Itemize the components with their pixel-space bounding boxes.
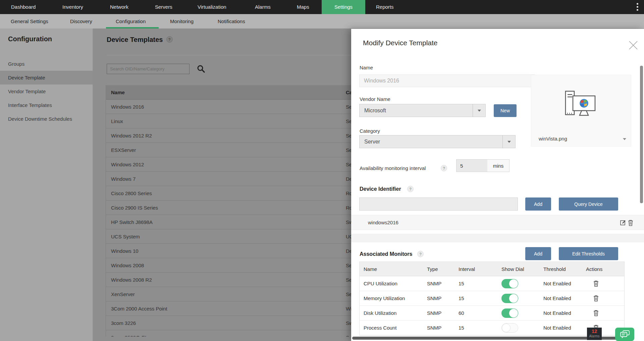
identifier-entry-row: windows2016: [351, 215, 644, 230]
associated-monitors-table: Name Type Interval Show Dial Threshold A…: [359, 262, 625, 336]
nav-item-reports[interactable]: Reports: [376, 0, 394, 14]
help-icon[interactable]: ?: [407, 186, 414, 192]
device-identifier-input[interactable]: [359, 197, 518, 211]
nav-item-alarms[interactable]: Alarms: [255, 0, 271, 14]
active-tab-underline: [106, 27, 159, 29]
sidebar-item-groups[interactable]: Groups: [0, 57, 93, 71]
column-header-type: Type: [427, 262, 438, 276]
chat-button[interactable]: [615, 328, 634, 341]
column-header-actions: Actions: [586, 262, 602, 276]
add-identifier-button[interactable]: Add: [525, 197, 551, 211]
category-label: Category: [360, 128, 380, 134]
help-icon[interactable]: ?: [441, 165, 447, 171]
monitors-table-header: Name Type Interval Show Dial Threshold A…: [360, 262, 624, 276]
chevron-down-icon: [478, 110, 481, 112]
device-name: Windows 2008 R2: [111, 273, 152, 287]
vertical-scrollbar[interactable]: [640, 66, 643, 203]
category-select-value: Server: [364, 135, 380, 148]
edit-thresholds-button[interactable]: Edit Thresholds: [559, 247, 618, 260]
help-icon[interactable]: ?: [166, 36, 173, 43]
monitor-row: Memory UtilizationSNMP15Not Enabled: [360, 291, 624, 306]
monitor-threshold: Not Enabled: [543, 276, 571, 291]
trash-icon[interactable]: [593, 310, 599, 318]
nav-item-virtualization[interactable]: Virtualization: [198, 0, 226, 14]
toggle-knob: [509, 294, 518, 303]
identifier-list-footer: [351, 234, 644, 242]
name-input[interactable]: [359, 74, 535, 87]
new-vendor-button[interactable]: New: [494, 104, 517, 117]
vendor-select[interactable]: Microsoft: [359, 104, 486, 117]
vendor-select-value: Microsoft: [364, 104, 386, 117]
nav-item-inventory[interactable]: Inventory: [62, 0, 83, 14]
device-name: Windows 2012: [111, 157, 144, 172]
nav-item-dashboard[interactable]: Dashboard: [11, 0, 36, 14]
alarms-badge[interactable]: 12 Alarms: [587, 328, 602, 340]
device-name: Windows 2012 R2: [111, 128, 152, 143]
monitor-threshold: Not Enabled: [543, 321, 571, 335]
device-image-preview: winVista.png: [531, 75, 631, 147]
device-name: HP Switch J8698A: [111, 215, 153, 229]
chevron-down-icon: [507, 141, 511, 143]
column-header-threshold: Threshold: [543, 262, 566, 276]
tab-discovery[interactable]: Discovery: [70, 14, 92, 29]
monitor-type: SNMP: [427, 321, 441, 335]
monitor-type: SNMP: [427, 276, 441, 291]
device-name: UCS System: [111, 229, 140, 244]
toggle-knob: [502, 324, 511, 332]
query-device-button[interactable]: Query Device: [559, 197, 618, 211]
monitor-name: Disk Utilization: [364, 306, 396, 320]
device-name: Windows 2008: [111, 258, 144, 273]
search-icon[interactable]: [197, 64, 205, 73]
monitor-row: CPU UtilizationSNMP15Not Enabled: [360, 276, 624, 291]
monitor-threshold: Not Enabled: [543, 306, 571, 320]
show-dial-toggle[interactable]: [501, 294, 518, 303]
interval-input[interactable]: [456, 159, 488, 172]
toggle-knob: [509, 279, 518, 288]
sidebar-item-interface-templates[interactable]: Interface Templates: [0, 98, 93, 112]
device-name: ESXServer: [111, 143, 136, 157]
interval-unit-label: mins: [487, 159, 509, 172]
alarm-count: 12: [587, 328, 602, 334]
device-name: 3com 3500G-EI: [111, 330, 146, 337]
add-monitor-button[interactable]: Add: [525, 247, 551, 260]
name-label: Name: [360, 65, 373, 70]
show-dial-toggle[interactable]: [501, 308, 518, 318]
help-icon[interactable]: ?: [417, 251, 424, 257]
sidebar-item-device-downtime-schedules[interactable]: Device Downtime Schedules: [0, 112, 93, 126]
nav-item-servers[interactable]: Servers: [155, 0, 172, 14]
tab-notifications[interactable]: Notifications: [218, 14, 245, 29]
search-input[interactable]: [107, 64, 190, 74]
sidebar-item-device-template[interactable]: Device Template: [0, 71, 93, 84]
monitor-row: Disk UtilizationSNMP60Not Enabled: [360, 306, 624, 321]
kebab-menu-icon[interactable]: [637, 3, 639, 11]
column-header-interval: Interval: [459, 262, 475, 276]
image-dropdown-caret-icon[interactable]: [623, 138, 626, 140]
device-name: Cisco 2800 Series: [111, 186, 152, 201]
vendor-caret-zone[interactable]: [473, 104, 485, 117]
sidebar-item-vendor-template[interactable]: Vendor Template: [0, 84, 93, 98]
nav-item-network[interactable]: Network: [110, 0, 128, 14]
trash-icon[interactable]: [593, 280, 599, 288]
device-name: Windows 7: [111, 172, 136, 186]
tab-general-settings[interactable]: General Settings: [11, 14, 48, 29]
monitor-type: SNMP: [427, 291, 441, 305]
monitor-interval: 60: [459, 306, 464, 320]
trash-icon[interactable]: [593, 295, 599, 303]
nav-item-maps[interactable]: Maps: [297, 0, 309, 14]
nav-item-settings[interactable]: Settings: [322, 0, 365, 14]
close-icon[interactable]: [628, 40, 638, 50]
show-dial-toggle[interactable]: [501, 323, 518, 333]
trash-icon[interactable]: [628, 220, 633, 226]
tab-configuration[interactable]: Configuration: [116, 14, 146, 29]
monitor-interval: 15: [459, 321, 464, 335]
tab-monitoring[interactable]: Monitoring: [170, 14, 194, 29]
column-header-name[interactable]: Name: [111, 85, 125, 100]
modal-title: Modify Device Template: [363, 39, 438, 47]
edit-icon[interactable]: [620, 220, 626, 226]
alarm-label: Alarms: [587, 334, 602, 338]
show-dial-toggle[interactable]: [501, 279, 518, 288]
category-caret-zone[interactable]: [502, 135, 515, 148]
computer-icon: [565, 90, 598, 119]
category-select[interactable]: Server: [359, 135, 516, 148]
modify-device-template-modal: Modify Device Template Name winVista.png…: [351, 29, 644, 341]
